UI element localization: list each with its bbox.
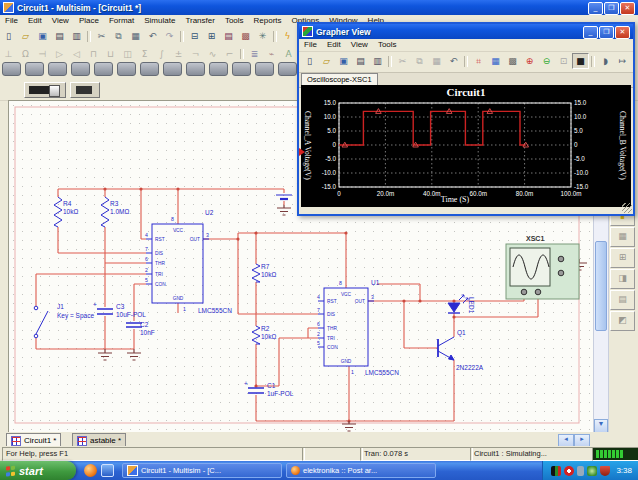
- grapher-minimize-button[interactable]: _: [583, 26, 598, 39]
- close-button[interactable]: ✕: [620, 2, 635, 15]
- maximize-button[interactable]: ❐: [604, 2, 619, 15]
- grapher-resize-grip[interactable]: [622, 203, 632, 213]
- spreadsheet-icon[interactable]: ⊞: [203, 28, 220, 44]
- pause-switch[interactable]: [70, 82, 100, 98]
- tab-astable[interactable]: astable *: [72, 433, 126, 447]
- parts-bin-button[interactable]: [232, 62, 251, 76]
- component-c3[interactable]: [97, 309, 113, 314]
- export-icon[interactable]: ↦: [614, 53, 631, 69]
- menu-reports[interactable]: Reports: [249, 15, 287, 27]
- menu-view[interactable]: View: [47, 15, 74, 27]
- minimize-button[interactable]: _: [588, 2, 603, 15]
- grapher-menu-tools[interactable]: Tools: [373, 39, 402, 51]
- zoom-full-icon[interactable]: ■: [572, 53, 589, 69]
- instrument-logic-analyzer-icon[interactable]: ▦: [610, 227, 635, 247]
- tab-circuit1[interactable]: Circuit1 *: [6, 433, 61, 447]
- grapher-window[interactable]: Grapher View _ ❐ ✕ FileEditViewTools ▯▱▣…: [297, 22, 635, 216]
- tray-small-icon[interactable]: [577, 466, 584, 476]
- grapher-menu-edit[interactable]: Edit: [322, 39, 346, 51]
- grapher-menu-view[interactable]: View: [346, 39, 373, 51]
- tray-green-icon[interactable]: [587, 466, 597, 476]
- cut-icon[interactable]: ✂: [93, 28, 110, 44]
- component-r2[interactable]: [252, 326, 260, 344]
- redo-icon[interactable]: ↷: [161, 28, 178, 44]
- parts-bin-button[interactable]: [71, 62, 90, 76]
- tray-meter-icon[interactable]: [551, 466, 561, 476]
- run-stop-switch[interactable]: [24, 82, 66, 98]
- menu-transfer[interactable]: Transfer: [180, 15, 220, 27]
- parts-bin-button[interactable]: [48, 62, 67, 76]
- print-icon[interactable]: ▤: [51, 28, 68, 44]
- parts-bin-button[interactable]: [163, 62, 182, 76]
- copy-icon[interactable]: ⧉: [110, 28, 127, 44]
- firefox-quicklaunch-icon[interactable]: [84, 464, 97, 477]
- paste-icon[interactable]: ▦: [428, 53, 445, 69]
- tray-shield-icon[interactable]: [600, 466, 610, 476]
- tray-clock[interactable]: 3:38: [616, 466, 632, 475]
- vscroll-thumb[interactable]: [595, 241, 607, 331]
- undo-icon[interactable]: ↶: [144, 28, 161, 44]
- new-icon[interactable]: ▯: [0, 28, 17, 44]
- component-j1[interactable]: [34, 306, 48, 338]
- save-icon[interactable]: ▣: [34, 28, 51, 44]
- grapher-titlebar[interactable]: Grapher View _ ❐ ✕: [299, 24, 633, 39]
- cursors-icon[interactable]: ◗: [597, 53, 614, 69]
- properties-icon[interactable]: ▦: [487, 53, 504, 69]
- preview-icon[interactable]: ▥: [369, 53, 386, 69]
- parts-bin-button[interactable]: [117, 62, 136, 76]
- print-icon[interactable]: ▤: [352, 53, 369, 69]
- start-button[interactable]: start: [0, 461, 76, 480]
- database-icon[interactable]: ▤: [220, 28, 237, 44]
- hierarchy-icon[interactable]: ⊟: [186, 28, 203, 44]
- menu-tools[interactable]: Tools: [220, 15, 249, 27]
- component-v2[interactable]: [276, 195, 292, 199]
- menu-place[interactable]: Place: [74, 15, 104, 27]
- tray-opera-icon[interactable]: [564, 466, 574, 476]
- instrument-spectrum-analyzer-icon[interactable]: ▤: [610, 290, 635, 310]
- instrument-distortion-analyzer-icon[interactable]: ◨: [610, 269, 635, 289]
- menu-file[interactable]: File: [0, 15, 23, 27]
- scroll-down-button[interactable]: ▼: [594, 419, 608, 433]
- component-r7[interactable]: [252, 264, 260, 282]
- cut-icon[interactable]: ✂: [394, 53, 411, 69]
- component-led1[interactable]: [448, 295, 468, 313]
- undo-icon[interactable]: ↶: [445, 53, 462, 69]
- task-browser[interactable]: elektronika :: Post ar...: [286, 463, 436, 478]
- run-simulation-icon[interactable]: ϟ: [279, 28, 296, 44]
- component-xsc1[interactable]: [506, 244, 579, 299]
- parts-bin-button[interactable]: [94, 62, 113, 76]
- task-multisim[interactable]: Circuit1 - Multisim - [C...: [122, 463, 282, 478]
- component-r3[interactable]: [101, 197, 109, 227]
- component-c1[interactable]: [248, 388, 264, 393]
- parts-bin-button[interactable]: [2, 62, 21, 76]
- print-preview-icon[interactable]: ▥: [68, 28, 85, 44]
- parts-bin-button[interactable]: [25, 62, 44, 76]
- grapher-maximize-button[interactable]: ❐: [599, 26, 614, 39]
- wizard-icon[interactable]: ✳: [254, 28, 271, 44]
- zoom-out-icon[interactable]: ⊖: [538, 53, 555, 69]
- parts-bin-button[interactable]: [255, 62, 274, 76]
- menu-simulate[interactable]: Simulate: [139, 15, 180, 27]
- parts-bin-button[interactable]: [140, 62, 159, 76]
- menu-format[interactable]: Format: [104, 15, 139, 27]
- new-icon[interactable]: ▯: [301, 53, 318, 69]
- ie-quicklaunch-icon[interactable]: [101, 464, 114, 477]
- grapher-close-button[interactable]: ✕: [615, 26, 630, 39]
- parts-bin-button[interactable]: [278, 62, 297, 76]
- menu-edit[interactable]: Edit: [23, 15, 47, 27]
- open-icon[interactable]: ▱: [318, 53, 335, 69]
- component-r4[interactable]: [54, 197, 62, 227]
- ground-symbols[interactable]: [98, 205, 587, 431]
- grapher-menu-file[interactable]: File: [299, 39, 322, 51]
- parts-bin-button[interactable]: [186, 62, 205, 76]
- open-icon[interactable]: ▱: [17, 28, 34, 44]
- parts-bin-button[interactable]: [209, 62, 228, 76]
- instrument-network-analyzer-icon[interactable]: ◩: [610, 311, 635, 331]
- grid-toggle-icon[interactable]: ▩: [237, 28, 254, 44]
- component-q1[interactable]: [438, 337, 454, 360]
- paste-icon[interactable]: ▦: [127, 28, 144, 44]
- trace-cursor-arrow[interactable]: [299, 148, 305, 156]
- instrument-logic-converter-icon[interactable]: ⊞: [610, 248, 635, 268]
- copy-icon[interactable]: ⧉: [411, 53, 428, 69]
- grid-icon[interactable]: ⌗: [470, 53, 487, 69]
